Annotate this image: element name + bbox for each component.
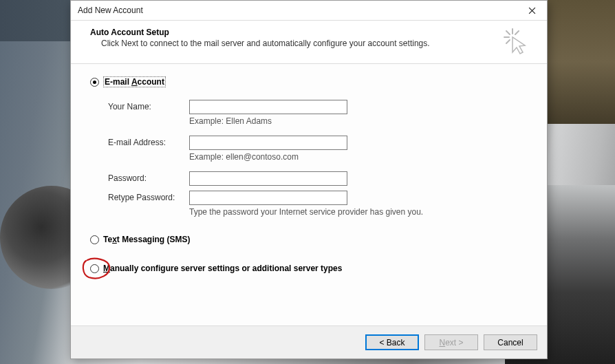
svg-line-2 <box>506 31 510 34</box>
radio-icon <box>90 235 99 244</box>
password-label: Password: <box>108 173 189 183</box>
option-email-account[interactable]: E-mail Account <box>90 76 532 87</box>
titlebar: Add New Account <box>71 1 547 21</box>
back-button[interactable]: < Back <box>365 334 419 350</box>
email-input[interactable] <box>189 136 347 150</box>
password-hint: Type the password your Internet service … <box>108 206 532 222</box>
email-form: Your Name: Example: Ellen Adams E-mail A… <box>90 97 532 231</box>
name-hint: Example: Ellen Adams <box>108 115 532 134</box>
password-input[interactable] <box>189 171 347 186</box>
option-sms[interactable]: Text Messaging (SMS) <box>90 235 532 244</box>
add-account-dialog: Add New Account Auto Account Setup Click… <box>70 0 548 359</box>
window-title: Add New Account <box>78 6 517 15</box>
dialog-footer: < Back Next > Cancel <box>71 325 547 358</box>
svg-line-3 <box>515 31 519 34</box>
svg-line-4 <box>506 40 510 43</box>
radio-icon <box>90 264 99 273</box>
name-input[interactable] <box>189 100 347 114</box>
next-button[interactable]: Next > <box>424 334 478 350</box>
option-manual-config[interactable]: Manually configure server settings or ad… <box>90 264 532 273</box>
retype-label: Retype Password: <box>108 193 189 202</box>
email-label: E-mail Address: <box>108 138 189 147</box>
header-subtitle: Click Next to connect to the mail server… <box>90 39 495 48</box>
dialog-body: E-mail Account Your Name: Example: Ellen… <box>71 64 547 325</box>
option-label: Text Messaging (SMS) <box>103 235 191 244</box>
option-label: E-mail Account <box>103 76 166 87</box>
retype-password-input[interactable] <box>189 191 347 205</box>
close-icon <box>528 7 536 14</box>
close-button[interactable] <box>517 1 547 20</box>
setup-cursor-icon <box>503 28 530 55</box>
name-label: Your Name: <box>108 102 189 111</box>
email-hint: Example: ellen@contoso.com <box>108 151 532 170</box>
radio-icon <box>90 78 99 87</box>
option-label: Manually configure server settings or ad… <box>103 264 342 273</box>
header-title: Auto Account Setup <box>90 28 495 37</box>
dialog-header: Auto Account Setup Click Next to connect… <box>71 21 547 64</box>
cancel-button[interactable]: Cancel <box>484 334 537 350</box>
